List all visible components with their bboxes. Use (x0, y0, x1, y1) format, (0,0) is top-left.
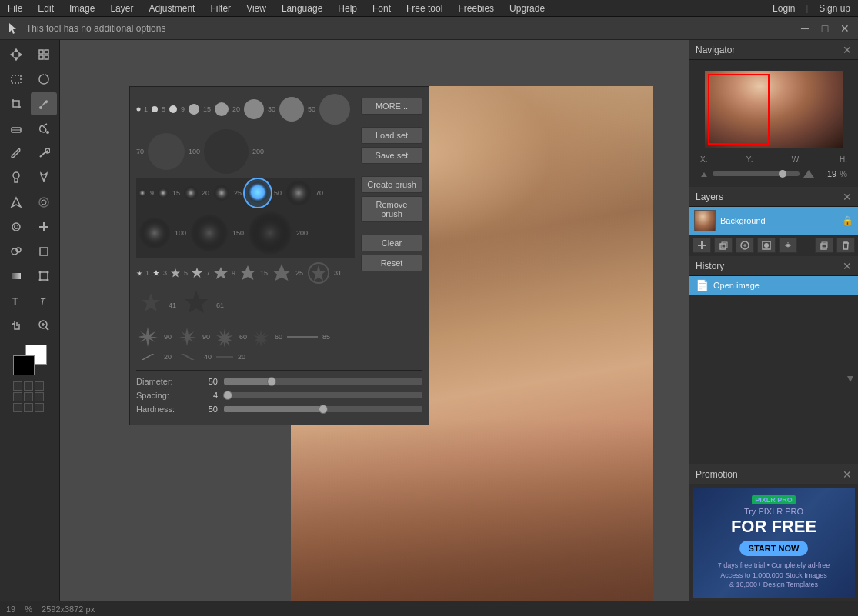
healing-tool[interactable] (31, 215, 57, 238)
select-rect-tool[interactable] (3, 68, 29, 91)
zoom-tool[interactable] (31, 314, 57, 337)
transform-tool[interactable] (31, 265, 57, 288)
menu-edit[interactable]: Edit (30, 2, 62, 15)
brush-star-5[interactable] (170, 268, 181, 278)
brush-line-85[interactable] (287, 333, 318, 341)
grid-btn-5[interactable] (24, 392, 33, 401)
brush-line-20b[interactable] (216, 355, 233, 359)
brush-dot-5[interactable] (151, 105, 159, 113)
text-tool[interactable]: T (3, 289, 29, 312)
minimize-icon[interactable]: ─ (796, 20, 813, 37)
settings-layer-button[interactable] (779, 238, 797, 253)
brush-dot-70[interactable] (319, 93, 351, 125)
brush-dot-1[interactable] (136, 107, 141, 112)
dodge-tool[interactable] (3, 166, 29, 189)
brush-special-90b[interactable] (176, 326, 198, 348)
brush-dot-9[interactable] (169, 105, 178, 114)
brush-dot-30[interactable] (243, 98, 265, 120)
menu-layer[interactable]: Layer (102, 2, 141, 15)
remove-brush-button[interactable]: Remove brush (361, 196, 422, 222)
save-set-button[interactable]: Save set (361, 147, 422, 164)
grid-btn-4[interactable] (13, 392, 22, 401)
eraser-tool[interactable] (3, 117, 29, 140)
shape-tool[interactable] (31, 240, 57, 263)
brush-star-9[interactable] (213, 265, 229, 281)
menu-signup[interactable]: Sign up (811, 2, 858, 15)
duplicate-layer-button[interactable] (714, 238, 733, 253)
brush-star-25[interactable] (271, 262, 292, 284)
copy-layer-button[interactable] (815, 238, 833, 253)
brush-special-60a[interactable] (215, 327, 235, 347)
brush-star-41[interactable] (136, 291, 165, 320)
arrange-tool[interactable] (31, 43, 57, 66)
history-close[interactable]: ✕ (843, 260, 852, 272)
brush-dot-20[interactable] (214, 102, 229, 117)
grid-btn-3[interactable] (35, 381, 44, 391)
menu-view[interactable]: View (239, 2, 274, 15)
history-item-open-image[interactable]: 📄 Open image (689, 276, 858, 295)
eyedropper-tool[interactable] (3, 142, 29, 165)
brush-soft-9[interactable] (138, 188, 147, 198)
brush-star-31[interactable] (306, 261, 331, 285)
menu-freebies[interactable]: Freebies (450, 2, 502, 15)
background-color[interactable] (13, 355, 35, 375)
brush-dot-200[interactable] (203, 128, 249, 175)
canvas-area[interactable]: 1 5 9 15 20 30 50 (60, 40, 689, 601)
brush-soft-20[interactable] (183, 185, 199, 201)
brush-special-60b[interactable] (252, 328, 270, 346)
brush-dot-100[interactable] (147, 132, 185, 171)
menu-file[interactable]: File (0, 2, 30, 15)
gradient-tool[interactable] (3, 265, 29, 288)
history-scroll-down[interactable] (846, 375, 855, 384)
menu-adjustment[interactable]: Adjustment (141, 2, 202, 15)
brush-soft-200[interactable] (247, 210, 293, 256)
history-scroll-area[interactable]: 📄 Open image (689, 276, 858, 368)
brush-soft-150[interactable] (189, 213, 229, 253)
brush-soft-25[interactable] (212, 184, 231, 202)
brush-soft-70[interactable] (285, 179, 312, 207)
brush-soft-100[interactable] (138, 216, 172, 250)
paint-bucket-tool[interactable] (31, 117, 57, 140)
brush-line-20[interactable] (136, 354, 159, 360)
menu-filter[interactable]: Filter (202, 2, 239, 15)
cursor-icon[interactable] (5, 20, 22, 37)
navigator-preview[interactable] (705, 71, 843, 148)
menu-help[interactable]: Help (330, 2, 365, 15)
zoom-thumb[interactable] (779, 170, 786, 178)
sponge-tool[interactable] (3, 215, 29, 238)
layer-item-background[interactable]: Background 🔒 (689, 207, 858, 235)
select-lasso-tool[interactable] (31, 68, 57, 91)
blur-tool[interactable] (31, 191, 57, 214)
add-layer-button[interactable] (693, 238, 711, 253)
mask-layer-button[interactable] (757, 238, 776, 253)
grid-btn-6[interactable] (35, 392, 44, 401)
grid-btn-7[interactable] (13, 403, 22, 412)
menu-font[interactable]: Font (365, 2, 399, 15)
type-tool[interactable]: T (31, 289, 57, 312)
brush-line-40[interactable] (176, 354, 199, 360)
hardness-thumb[interactable] (319, 405, 328, 414)
menu-login[interactable]: Login (765, 2, 803, 15)
brush-star-61[interactable] (179, 288, 213, 322)
brush-soft-15[interactable] (157, 187, 169, 199)
smudge-tool[interactable] (31, 142, 57, 165)
grid-btn-2[interactable] (24, 381, 33, 391)
spacing-thumb[interactable] (223, 391, 232, 400)
navigator-close[interactable]: ✕ (843, 44, 852, 56)
load-set-button[interactable]: Load set (361, 127, 422, 144)
menu-language[interactable]: Language (274, 2, 330, 15)
zoom-track[interactable] (713, 171, 800, 176)
promo-content[interactable]: PIXLR PRO Try PIXLR PRO FOR FREE START N… (693, 488, 855, 598)
diameter-thumb[interactable] (267, 377, 276, 386)
promo-start-btn[interactable]: START NOW (739, 541, 809, 556)
brush-star-15[interactable] (239, 264, 257, 282)
brush-soft-50-selected[interactable] (246, 181, 269, 204)
grid-btn-9[interactable] (35, 403, 44, 412)
promo-close[interactable]: ✕ (843, 468, 852, 481)
reset-button[interactable]: Reset (361, 255, 422, 271)
create-brush-button[interactable]: Create brush (361, 176, 422, 193)
brush-dot-15[interactable] (188, 103, 200, 115)
brush-tool[interactable] (31, 92, 57, 115)
brush-star-7[interactable] (191, 267, 203, 279)
sharpen-tool[interactable] (3, 191, 29, 214)
